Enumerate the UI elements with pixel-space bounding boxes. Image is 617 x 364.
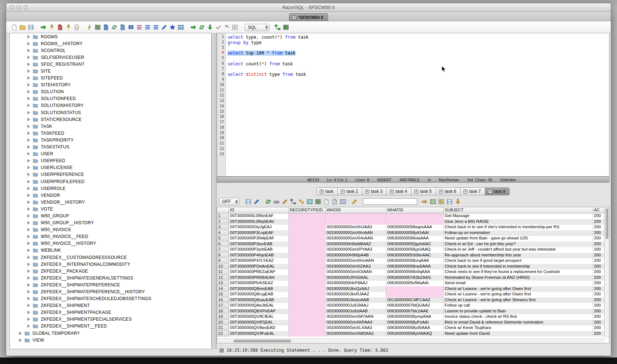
tab-close-icon[interactable]: ×: [320, 190, 324, 194]
tree-item[interactable]: TASKFEED: [10, 130, 211, 136]
copy-connection-icon[interactable]: [57, 24, 63, 30]
tree-item[interactable]: ROOMS__HISTORY: [10, 40, 211, 47]
result-tab[interactable]: ×task 4: [387, 187, 411, 195]
result-tab[interactable]: ×task 5: [411, 187, 436, 195]
panel-splitter[interactable]: [212, 33, 217, 349]
column-header[interactable]: RECORDTYPEID: [289, 207, 325, 213]
view-glasses-icon[interactable]: [273, 199, 280, 205]
tree-item[interactable]: W50_INVOICE__FEED: [10, 233, 211, 240]
disclosure-triangle-icon[interactable]: [27, 97, 30, 100]
tab-close-icon[interactable]: ×: [439, 190, 443, 194]
add-connection-icon[interactable]: [65, 24, 72, 30]
copy-results-icon[interactable]: [332, 199, 338, 205]
disclosure-triangle-icon[interactable]: [27, 269, 30, 273]
tree-item[interactable]: USERROLE: [10, 185, 211, 192]
highlight-pen-icon[interactable]: [351, 199, 358, 205]
tree-item[interactable]: VOTE: [10, 205, 211, 212]
tree-item[interactable]: TASK: [10, 123, 211, 130]
disclosure-triangle-icon[interactable]: [27, 152, 30, 156]
sql-code-area[interactable]: select type, count(*) from taskgroup by …: [226, 33, 609, 176]
row-limit-select[interactable]: OFF: [219, 198, 240, 205]
tab-close-icon[interactable]: ×: [390, 190, 394, 194]
table-row[interactable]: 700T3000000P3yrbEAB0033000000GmXPYAA3006…: [217, 247, 604, 253]
validate-check-icon[interactable]: [215, 24, 221, 30]
disclosure-triangle-icon[interactable]: [27, 290, 30, 294]
disclosure-triangle-icon[interactable]: [27, 207, 30, 211]
result-tab[interactable]: ×task 7: [460, 187, 485, 195]
tree-item[interactable]: ZKFEDEX__SHIPMENTPACKAGE: [10, 309, 211, 316]
table-row[interactable]: 100T3000000L0RknEAFGet Massage200: [217, 213, 604, 219]
document-tab[interactable]: × *SFDCW50 II: [289, 13, 328, 21]
format-sql-icon[interactable]: [161, 24, 167, 30]
column-header[interactable]: WHATID: [386, 207, 444, 213]
tree-item[interactable]: STATICRESOURCE: [10, 116, 211, 123]
disclosure-triangle-icon[interactable]: [27, 166, 30, 169]
tree-item[interactable]: SELFSERVICEUSER: [10, 54, 211, 61]
column-header[interactable]: AC: [593, 207, 604, 213]
filter-icon[interactable]: [254, 199, 260, 205]
table-row[interactable]: 500T3000000P3N4pEAF0033000000GmXHnAAN006…: [217, 236, 604, 242]
table-row[interactable]: 300T3000000OiyJgEAJ0033000000GmXHJAA3006…: [217, 225, 604, 230]
sql-editor[interactable]: 1234567891011121314151617181920212223 se…: [217, 33, 609, 177]
table-row[interactable]: 1400T3000000Q8rexEAB0033000000JbvQzAAJCh…: [217, 286, 604, 292]
form-results-icon[interactable]: [315, 199, 321, 205]
disclosure-triangle-icon[interactable]: [27, 214, 30, 218]
vertical-scrollbar-thumb[interactable]: [605, 208, 608, 239]
disclosure-triangle-icon[interactable]: [27, 76, 30, 80]
horizontal-scrollbar-thumb[interactable]: [233, 339, 291, 342]
disclosure-triangle-icon[interactable]: [27, 324, 30, 328]
disclosure-triangle-icon[interactable]: [27, 187, 30, 190]
tree-item[interactable]: ZKFEDEX__SHIPMATEPREFERENCE: [10, 281, 211, 288]
save-table-icon[interactable]: [446, 199, 453, 205]
disclosure-triangle-icon[interactable]: [27, 35, 30, 39]
result-tab[interactable]: ×task 3: [362, 187, 387, 195]
disclosure-triangle-icon[interactable]: [27, 125, 30, 128]
table-export-icon[interactable]: [178, 24, 184, 30]
help-book-icon[interactable]: [128, 24, 134, 30]
table-row[interactable]: 800T3000000P46qnEAB0033000000H9i0pAAB006…: [217, 253, 604, 259]
disclosure-triangle-icon[interactable]: [27, 248, 30, 252]
tree-item[interactable]: SOLUTION: [10, 88, 211, 95]
sort-lines-icon[interactable]: [144, 24, 151, 30]
tree-item[interactable]: ZKFEDEX__CUSTOMADDRESSSOURCE: [10, 254, 211, 261]
relationships-icon[interactable]: [290, 199, 296, 205]
tree-item[interactable]: GLOBAL TEMPORARY: [10, 330, 211, 337]
disclosure-triangle-icon[interactable]: [27, 180, 30, 183]
tree-item[interactable]: ZKFEDEX__SHIPMENT: [10, 302, 211, 309]
disclosure-triangle-icon[interactable]: [27, 159, 30, 162]
tree-item[interactable]: ROOMS: [10, 33, 211, 40]
disclosure-triangle-icon[interactable]: [27, 42, 30, 46]
refresh-pages-icon[interactable]: [111, 24, 117, 30]
tab-close-icon[interactable]: ×: [463, 190, 467, 194]
table-row[interactable]: 1000T3000000POeAnEAL0033000000GmXIZAA300…: [217, 264, 604, 270]
disclosure-triangle-icon[interactable]: [27, 256, 30, 259]
disclosure-triangle-icon[interactable]: [27, 69, 30, 73]
tree-item[interactable]: ZKFEDEX__SHIPMENTSPECIALSERVICES: [10, 316, 211, 323]
disclosure-triangle-icon[interactable]: [27, 173, 30, 176]
tree-item[interactable]: W50_INVOICE: [10, 226, 211, 233]
table-row[interactable]: 1800T3000000QBXPeEAP0033000000Ju9zlAAB00…: [217, 309, 604, 315]
favorites-star-icon[interactable]: [169, 24, 176, 30]
sort-updown-icon[interactable]: [298, 199, 305, 205]
result-tab[interactable]: ×task: [316, 187, 338, 195]
execute-lightning-icon[interactable]: [86, 24, 92, 30]
table-row[interactable]: 1700T3000000QAeJbEAL0033000000Ju9J9AAJ00…: [217, 303, 604, 309]
disclosure-triangle-icon[interactable]: [27, 317, 30, 321]
align-lines-icon[interactable]: [153, 24, 159, 30]
execute-sql-icon[interactable]: [190, 24, 197, 30]
table-row[interactable]: 1100T3000000PREZaEAP0033000000GmXOiAAN00…: [217, 269, 604, 275]
download-icon[interactable]: [455, 199, 461, 205]
text-view-icon[interactable]: [323, 199, 329, 205]
execute-all-icon[interactable]: [199, 24, 205, 30]
disclosure-triangle-icon[interactable]: [27, 49, 30, 52]
disclosure-triangle-icon[interactable]: [27, 221, 30, 225]
disclosure-triangle-icon[interactable]: [27, 194, 30, 197]
export-page-icon[interactable]: [103, 24, 109, 30]
edit-results-icon[interactable]: [282, 199, 288, 205]
connect-icon[interactable]: [40, 24, 47, 30]
table-row[interactable]: 200T3000000L0RqSEAVGive Jenn a BIG RAISE…: [217, 219, 604, 225]
disconnect-icon[interactable]: [49, 24, 55, 30]
disclosure-triangle-icon[interactable]: [27, 297, 30, 300]
tree-item[interactable]: ZKFEDEX__SHIPMENT__FEED: [10, 323, 211, 330]
save-results-icon[interactable]: [245, 199, 251, 205]
